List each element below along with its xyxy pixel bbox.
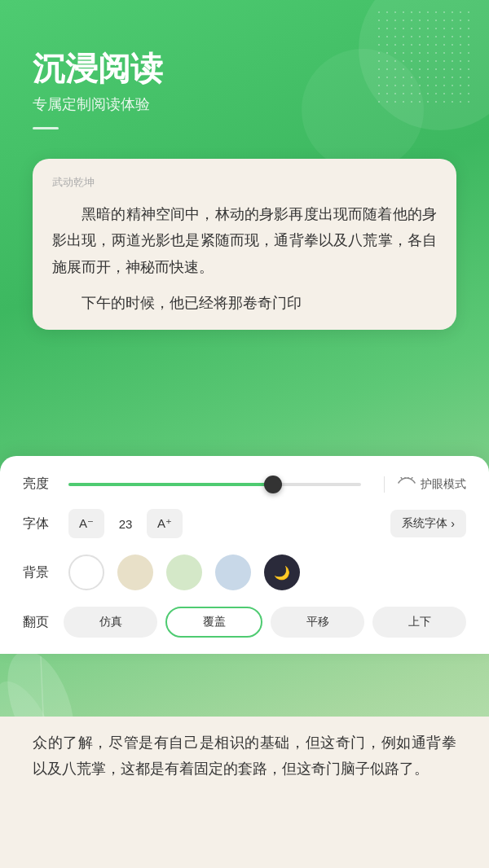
font-type-button[interactable]: 系统字体 › [390,510,466,537]
moon-icon: 🌙 [274,565,290,581]
svg-line-0 [401,477,402,479]
page-option-simulated[interactable]: 仿真 [64,607,157,638]
settings-panel: 亮度 护眼模式 [0,456,489,654]
page-options: 仿真 覆盖 平移 上下 [64,607,466,638]
background-row: 背景 🌙 [23,555,466,590]
slider-fill [68,483,273,486]
font-increase-button[interactable]: A⁺ [147,509,183,538]
page-turn-row: 翻页 仿真 覆盖 平移 上下 [23,607,466,638]
page-option-slide[interactable]: 平移 [271,607,364,638]
book-para-2: 下午的时候，他已经将那卷奇门印 [52,290,437,316]
brightness-slider[interactable] [68,483,361,486]
font-size-display: 23 [114,517,137,531]
font-label: 字体 [23,515,55,533]
eye-mode-toggle[interactable]: 护眼模式 [398,476,466,493]
brightness-row: 亮度 护眼模式 [23,476,466,493]
book-para-1: 黑暗的精神空间中，林动的身影再度出现而随着他的身影出现，两道光影也是紧随而现，通… [52,201,437,280]
svg-line-3 [412,477,412,479]
bg-option-dark[interactable]: 🌙 [264,555,300,590]
reader-card: 武动乾坤 黑暗的精神空间中，林动的身影再度出现而随着他的身影出现，两道光影也是紧… [33,159,456,330]
page-option-vertical[interactable]: 上下 [372,607,466,638]
page-label: 翻页 [23,614,55,631]
page-subtitle: 专属定制阅读体验 [33,94,456,114]
page-title: 沉浸阅读 [33,49,456,88]
bg-option-white[interactable] [68,555,104,590]
font-type-arrow: › [451,517,455,530]
book-title: 武动乾坤 [52,175,437,190]
brightness-label: 亮度 [23,476,55,493]
font-type-label: 系统字体 [402,516,447,531]
bottom-content-text: 众的了解，尽管是有自己是相识的基础，但这奇门，例如通背拳以及八荒掌，这都是有着固… [33,730,456,783]
font-controls: A⁻ 23 A⁺ 系统字体 › [68,509,466,538]
eye-icon [398,476,416,493]
font-decrease-button[interactable]: A⁻ [68,509,104,538]
bg-options: 🌙 [68,555,466,590]
bg-option-blue[interactable] [215,555,251,590]
eye-mode-label: 护眼模式 [421,477,466,492]
bottom-reader-content: 众的了解，尽管是有自己是相识的基础，但这奇门，例如通背拳以及八荒掌，这都是有着固… [0,717,489,868]
brightness-control: 护眼模式 [55,476,466,493]
page-option-cover[interactable]: 覆盖 [165,607,262,638]
header: 沉浸阅读 专属定制阅读体验 [0,0,489,154]
book-content: 黑暗的精神空间中，林动的身影再度出现而随着他的身影出现，两道光影也是紧随而现，通… [52,201,437,317]
divider [384,476,385,493]
bg-label: 背景 [23,564,55,581]
font-row: 字体 A⁻ 23 A⁺ 系统字体 › [23,509,466,538]
bg-option-green[interactable] [166,555,202,590]
header-line [33,127,59,129]
bg-option-beige[interactable] [117,555,153,590]
slider-thumb[interactable] [264,476,282,493]
